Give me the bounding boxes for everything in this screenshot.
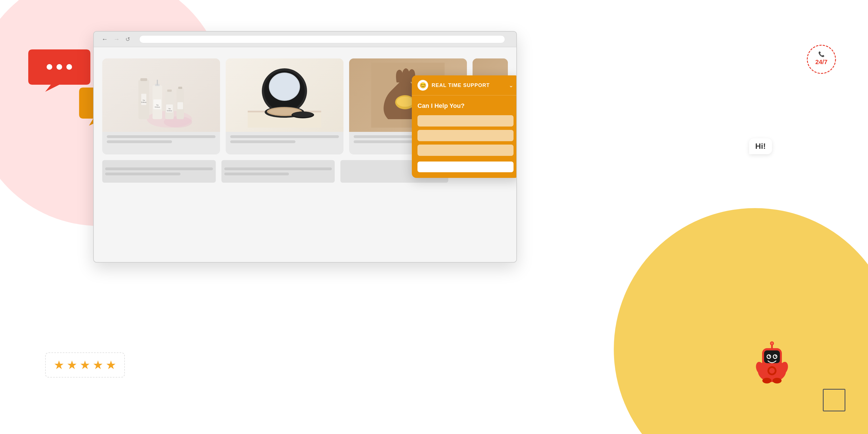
hi-bubble: Hi! — [749, 138, 772, 154]
chat-title: REAL TIME SUPPORT — [432, 83, 505, 88]
product-card-makeup-info — [226, 132, 343, 147]
svg-point-50 — [774, 355, 776, 358]
star-3: ★ — [80, 358, 90, 372]
svg-text:📞: 📞 — [818, 51, 825, 57]
svg-point-52 — [775, 355, 776, 356]
robot-illustration — [747, 334, 797, 385]
star-1: ★ — [54, 358, 64, 372]
svg-point-59 — [769, 368, 775, 374]
svg-rect-25 — [178, 87, 182, 89]
badge-247-icon: 📞 24/7 — [806, 44, 837, 75]
nav-forward-button[interactable]: → — [114, 36, 120, 43]
browser-content: The Ordinary The Ordinary The — [94, 47, 516, 262]
stars-rating-card: ★ ★ ★ ★ ★ — [45, 352, 125, 377]
svg-point-60 — [762, 378, 771, 383]
star-2: ★ — [67, 358, 78, 372]
svg-point-37 — [292, 112, 313, 117]
svg-point-40 — [397, 97, 413, 107]
svg-point-2 — [66, 64, 72, 70]
svg-point-0 — [46, 64, 52, 70]
robot-character — [747, 334, 797, 386]
chat-question: Can I Help You? — [417, 102, 514, 110]
nav-refresh-button[interactable]: ↺ — [125, 36, 130, 43]
chat-field-3[interactable] — [417, 145, 514, 156]
chat-chevron-icon[interactable]: ⌄ — [509, 82, 514, 89]
makeup-compact-illustration — [248, 63, 321, 128]
svg-text:The: The — [156, 104, 159, 106]
svg-point-49 — [768, 355, 770, 358]
star-4: ★ — [93, 358, 103, 372]
svg-point-51 — [769, 355, 770, 356]
svg-point-55 — [771, 342, 773, 344]
product-line-6 — [354, 140, 419, 143]
address-bar[interactable] — [139, 35, 505, 43]
product-card-skincare[interactable]: The Ordinary The Ordinary The — [102, 58, 220, 154]
chat-widget[interactable]: 😊 REAL TIME SUPPORT ⌄ Can I Help You? — [412, 75, 517, 178]
speech-bubble-red-icon — [28, 50, 90, 93]
product-card-makeup[interactable] — [226, 58, 343, 154]
badge-247-wrapper: 📞 24/7 — [806, 44, 837, 76]
chat-field-2[interactable] — [417, 130, 514, 141]
svg-rect-9 — [141, 78, 147, 81]
product-card-skincare-image: The Ordinary The Ordinary The — [102, 58, 220, 132]
hi-text: Hi! — [755, 142, 766, 151]
svg-rect-20 — [167, 90, 172, 92]
rect-decoration — [823, 389, 845, 411]
svg-rect-15 — [157, 80, 158, 85]
star-5: ★ — [106, 358, 116, 372]
svg-point-61 — [773, 378, 781, 383]
chat-body: Can I Help You? — [412, 95, 517, 178]
product-line-1 — [107, 135, 216, 138]
svg-text:Ordinary: Ordinary — [167, 110, 173, 112]
chat-header: 😊 REAL TIME SUPPORT ⌄ — [412, 75, 517, 95]
product-card-makeup-image — [226, 58, 343, 132]
nav-back-button[interactable]: ← — [102, 36, 108, 43]
product-line-4 — [230, 140, 296, 143]
svg-text:Ordinary: Ordinary — [155, 106, 160, 108]
skincare-bottles-illustration: The Ordinary The Ordinary The — [124, 63, 198, 128]
chat-text-input[interactable] — [417, 161, 514, 172]
product-line-3 — [230, 135, 339, 138]
browser-window: ← → ↺ The — [93, 31, 517, 262]
browser-toolbar: ← → ↺ — [94, 32, 516, 47]
svg-text:Ordinary: Ordinary — [141, 101, 147, 103]
svg-text:The: The — [168, 108, 171, 110]
product-card-skincare-info — [102, 132, 220, 147]
svg-rect-46 — [764, 350, 780, 363]
chat-field-1[interactable] — [417, 115, 514, 126]
svg-text:24/7: 24/7 — [815, 58, 828, 65]
svg-point-1 — [57, 64, 62, 70]
product-line-2 — [107, 140, 172, 143]
chat-avatar-icon: 😊 — [417, 80, 428, 91]
svg-text:The: The — [143, 99, 145, 101]
svg-rect-26 — [177, 102, 183, 109]
svg-point-32 — [270, 73, 299, 100]
